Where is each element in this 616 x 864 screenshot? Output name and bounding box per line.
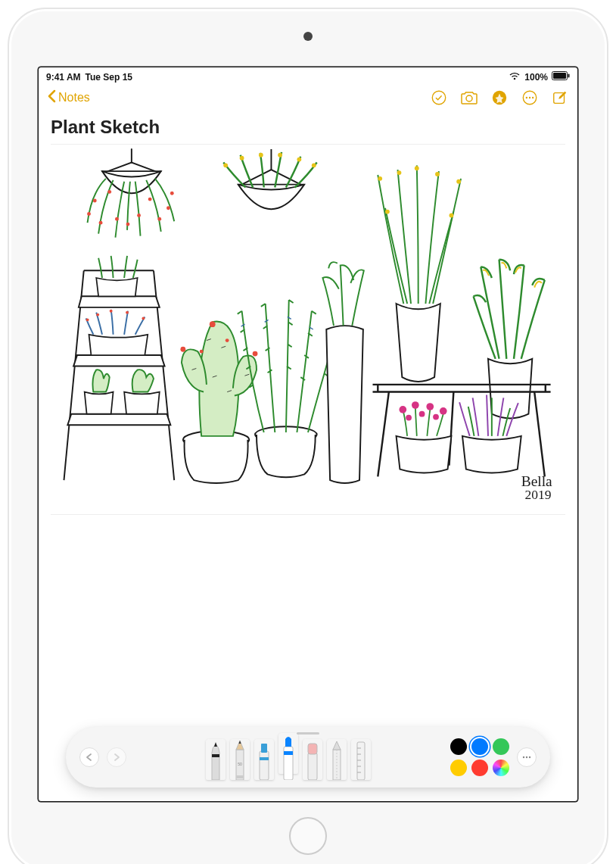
svg-point-67 bbox=[426, 403, 434, 410]
svg-line-63 bbox=[534, 392, 545, 477]
swatch-blue[interactable] bbox=[471, 738, 488, 755]
svg-point-8 bbox=[529, 97, 530, 98]
svg-point-92 bbox=[526, 756, 527, 758]
front-camera bbox=[303, 32, 313, 41]
svg-rect-78 bbox=[260, 757, 269, 760]
tools-row: 50 bbox=[134, 735, 443, 780]
status-time: 9:41 AM bbox=[46, 72, 81, 83]
svg-rect-1 bbox=[553, 73, 566, 79]
svg-point-65 bbox=[399, 406, 406, 413]
svg-point-25 bbox=[240, 156, 244, 161]
svg-point-70 bbox=[419, 411, 425, 417]
pen-tool[interactable] bbox=[206, 739, 226, 780]
svg-point-47 bbox=[180, 347, 185, 352]
svg-rect-81 bbox=[308, 753, 317, 780]
svg-point-29 bbox=[312, 163, 316, 167]
home-button[interactable] bbox=[289, 817, 327, 855]
lasso-tool[interactable] bbox=[327, 739, 347, 780]
swatch-red[interactable] bbox=[471, 760, 488, 776]
svg-point-31 bbox=[397, 170, 402, 175]
svg-rect-80 bbox=[284, 751, 293, 755]
highlighter-tool[interactable] bbox=[254, 739, 274, 780]
status-date: Tue Sep 15 bbox=[86, 72, 132, 83]
svg-point-32 bbox=[415, 166, 419, 170]
svg-rect-72 bbox=[212, 754, 219, 757]
svg-point-48 bbox=[253, 351, 258, 357]
svg-point-71 bbox=[433, 414, 439, 420]
svg-point-13 bbox=[93, 199, 97, 203]
svg-point-16 bbox=[126, 223, 130, 226]
svg-point-7 bbox=[526, 97, 527, 98]
svg-point-3 bbox=[432, 91, 445, 104]
svg-point-36 bbox=[450, 214, 454, 218]
marker-tool[interactable] bbox=[278, 733, 298, 774]
note-title: Plant Sketch bbox=[39, 112, 577, 144]
drawing-canvas[interactable]: Bella 2019 bbox=[51, 144, 565, 515]
svg-rect-74 bbox=[236, 775, 244, 778]
battery-icon bbox=[552, 71, 570, 83]
swatch-yellow[interactable] bbox=[450, 760, 467, 776]
svg-point-68 bbox=[440, 407, 447, 415]
ipad-device-frame: 9:41 AM Tue Sep 15 100% Notes bbox=[8, 8, 608, 864]
svg-point-19 bbox=[166, 206, 170, 210]
undo-button[interactable] bbox=[79, 747, 99, 767]
camera-button[interactable] bbox=[459, 88, 479, 108]
svg-point-40 bbox=[86, 318, 89, 321]
svg-point-21 bbox=[107, 190, 111, 194]
svg-point-46 bbox=[210, 321, 216, 327]
svg-point-30 bbox=[378, 176, 382, 181]
markup-toolbar[interactable]: 50 bbox=[66, 727, 550, 788]
status-bar: 9:41 AM Tue Sep 15 100% bbox=[39, 67, 577, 85]
compose-button[interactable] bbox=[550, 88, 570, 108]
svg-point-66 bbox=[412, 401, 419, 409]
more-button[interactable] bbox=[520, 88, 540, 108]
svg-point-18 bbox=[157, 217, 161, 221]
svg-point-44 bbox=[142, 317, 145, 320]
back-button[interactable]: Notes bbox=[46, 89, 90, 106]
svg-point-9 bbox=[532, 97, 534, 98]
redo-button[interactable] bbox=[107, 747, 126, 767]
ruler-tool[interactable] bbox=[351, 739, 371, 780]
svg-point-28 bbox=[297, 158, 301, 162]
back-label: Notes bbox=[58, 91, 90, 104]
color-swatches bbox=[450, 738, 509, 776]
svg-point-49 bbox=[200, 350, 204, 354]
color-wheel-button[interactable] bbox=[493, 760, 509, 776]
svg-point-17 bbox=[137, 214, 141, 217]
svg-point-43 bbox=[126, 311, 129, 314]
wifi-icon bbox=[509, 71, 521, 83]
svg-point-34 bbox=[456, 179, 461, 184]
svg-point-14 bbox=[99, 221, 103, 225]
svg-point-20 bbox=[148, 198, 152, 201]
pencil-tool[interactable]: 50 bbox=[230, 739, 250, 780]
checklist-button[interactable] bbox=[429, 88, 449, 108]
svg-point-22 bbox=[170, 192, 174, 195]
svg-point-42 bbox=[110, 310, 113, 313]
svg-point-35 bbox=[385, 210, 390, 214]
nav-bar: Notes bbox=[39, 85, 577, 112]
swatch-green[interactable] bbox=[493, 738, 509, 755]
svg-point-4 bbox=[466, 95, 472, 101]
svg-point-69 bbox=[406, 415, 412, 421]
svg-point-50 bbox=[226, 338, 229, 342]
chevron-left-icon bbox=[46, 89, 57, 106]
svg-line-62 bbox=[378, 392, 389, 477]
screen: 9:41 AM Tue Sep 15 100% Notes bbox=[38, 67, 578, 802]
svg-text:50: 50 bbox=[238, 762, 242, 766]
svg-point-26 bbox=[259, 153, 263, 158]
signature-year: 2019 bbox=[525, 487, 552, 502]
svg-point-93 bbox=[529, 756, 530, 758]
svg-rect-2 bbox=[568, 74, 570, 78]
svg-point-41 bbox=[96, 313, 99, 317]
svg-point-27 bbox=[278, 153, 282, 158]
svg-point-15 bbox=[115, 217, 119, 221]
toolbar-more-button[interactable] bbox=[517, 747, 537, 767]
svg-rect-77 bbox=[261, 744, 267, 753]
swatch-black[interactable] bbox=[450, 738, 467, 755]
svg-point-91 bbox=[523, 756, 524, 758]
markup-button[interactable] bbox=[490, 88, 509, 108]
eraser-tool[interactable] bbox=[303, 739, 322, 780]
svg-point-24 bbox=[223, 163, 228, 167]
svg-point-33 bbox=[435, 172, 440, 176]
svg-rect-76 bbox=[260, 751, 269, 780]
